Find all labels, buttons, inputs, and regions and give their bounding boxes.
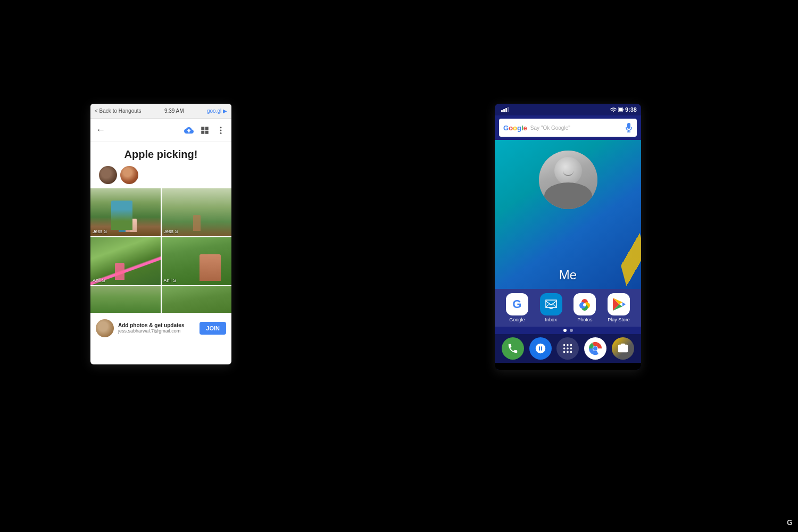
photo-1b-label: Jess S: [164, 229, 178, 234]
wifi-icon: [610, 107, 617, 112]
dock-apps[interactable]: [556, 337, 579, 360]
grid-icon[interactable]: [200, 125, 210, 136]
left-phone: < Back to Hangouts 9:39 AM goo.gl ▶ ←: [90, 104, 231, 364]
dock-camera[interactable]: [612, 337, 634, 360]
avatar-row: [97, 166, 225, 184]
photo-cell-6[interactable]: [162, 286, 232, 313]
svg-point-0: [220, 127, 222, 128]
photo-cell-1[interactable]: Jess S: [90, 188, 161, 236]
app-inbox-label: Inbox: [545, 317, 557, 322]
svg-point-26: [563, 347, 566, 350]
photo-cell-3[interactable]: Anil S: [90, 237, 161, 285]
join-avatar: [96, 319, 114, 337]
bottom-dock: [495, 334, 641, 363]
app-playstore-label: Play Store: [608, 317, 630, 322]
photo-1a-label: Jess S: [93, 229, 107, 234]
google-watermark: G: [787, 518, 793, 527]
wallpaper: Me: [495, 140, 641, 289]
svg-point-2: [220, 132, 222, 134]
photo-cell-4[interactable]: Anil S: [162, 237, 232, 285]
avatar-1[interactable]: [99, 166, 117, 184]
svg-point-18: [583, 303, 586, 306]
browser-bar: < Back to Hangouts 9:39 AM goo.gl ▶: [90, 104, 231, 119]
svg-point-29: [563, 351, 566, 353]
dock-phone[interactable]: [502, 337, 524, 360]
dock-chrome[interactable]: [584, 337, 606, 360]
profile-photo: [539, 151, 597, 209]
nav-bar: ◁ ○ □: [495, 363, 641, 370]
dock-hangouts[interactable]: [529, 337, 552, 360]
app-topbar: ←: [90, 119, 231, 142]
svg-point-24: [567, 344, 569, 346]
status-time: 9:38: [625, 106, 637, 113]
svg-point-31: [570, 351, 572, 353]
topbar-icons: [184, 125, 226, 136]
svg-point-27: [567, 347, 569, 350]
back-nav-button[interactable]: ◁: [523, 369, 530, 370]
mic-icon[interactable]: [625, 123, 633, 132]
svg-point-7: [613, 111, 614, 112]
recents-nav-button[interactable]: □: [608, 369, 613, 370]
album-title: Apple picking!: [97, 148, 225, 161]
search-placeholder[interactable]: Say "Ok Google": [530, 125, 622, 131]
photo-row-3: [90, 286, 231, 313]
battery-icon: [618, 107, 624, 112]
browser-back[interactable]: < Back to Hangouts: [95, 108, 142, 114]
browser-time: 9:39 AM: [164, 108, 184, 114]
app-playstore[interactable]: Play Store: [605, 293, 633, 322]
right-phone: 9:38 Google Say "Ok Google": [495, 104, 641, 370]
app-google-label: Google: [509, 317, 525, 322]
photo-cell-2[interactable]: Jess S: [162, 188, 232, 236]
photo-row-2: Anil S Anil S: [90, 237, 231, 285]
more-icon[interactable]: [215, 125, 226, 136]
profile-name: Me: [559, 268, 577, 282]
svg-rect-5: [505, 108, 507, 112]
photo-cell-5[interactable]: [90, 286, 161, 313]
svg-point-30: [567, 351, 569, 353]
svg-point-1: [220, 129, 222, 131]
album-header: Apple picking!: [90, 142, 231, 188]
svg-rect-6: [508, 107, 509, 112]
svg-rect-10: [619, 108, 622, 111]
dot-2: [570, 329, 573, 332]
svg-rect-9: [622, 109, 624, 111]
photo-2b-label: Anil S: [164, 278, 177, 283]
join-bar: Add photos & get updates jess.sabharwal.…: [90, 313, 231, 343]
photo-grid: Jess S Jess S Anil S Anil S: [90, 188, 231, 313]
join-button[interactable]: JOIN: [200, 322, 226, 335]
browser-back-label: < Back to Hangouts: [95, 108, 142, 114]
join-title: Add photos & get updates: [118, 322, 195, 328]
photo-2a-label: Anil S: [93, 278, 105, 283]
svg-rect-3: [501, 110, 503, 112]
google-search-bar[interactable]: Google Say "Ok Google": [499, 119, 637, 137]
status-bar: 9:38: [495, 104, 641, 115]
join-email: jess.sabharwal.7@gmail.com: [118, 328, 195, 334]
svg-point-28: [570, 347, 572, 350]
home-nav-button[interactable]: ○: [566, 368, 572, 370]
svg-marker-22: [622, 302, 626, 306]
svg-point-25: [570, 344, 572, 346]
svg-rect-11: [627, 123, 630, 129]
upload-icon[interactable]: [184, 125, 194, 136]
svg-point-23: [563, 344, 566, 346]
back-button[interactable]: ←: [96, 124, 105, 136]
dots-indicator: [495, 327, 641, 334]
photo-row-1: Jess S Jess S: [90, 188, 231, 236]
svg-point-34: [593, 346, 597, 351]
avatar-2[interactable]: [120, 166, 138, 184]
apps-row: G Google Inbox: [495, 289, 641, 327]
app-inbox[interactable]: Inbox: [537, 293, 565, 322]
dot-1: [563, 329, 567, 332]
app-google[interactable]: G Google: [503, 293, 531, 322]
signal-icon: [501, 107, 509, 112]
app-photos-label: Photos: [577, 317, 592, 322]
browser-link[interactable]: goo.gl ▶: [207, 108, 227, 114]
app-photos[interactable]: Photos: [571, 293, 598, 322]
svg-rect-4: [503, 109, 505, 112]
join-text: Add photos & get updates jess.sabharwal.…: [118, 322, 195, 334]
google-logo: Google: [503, 124, 527, 131]
